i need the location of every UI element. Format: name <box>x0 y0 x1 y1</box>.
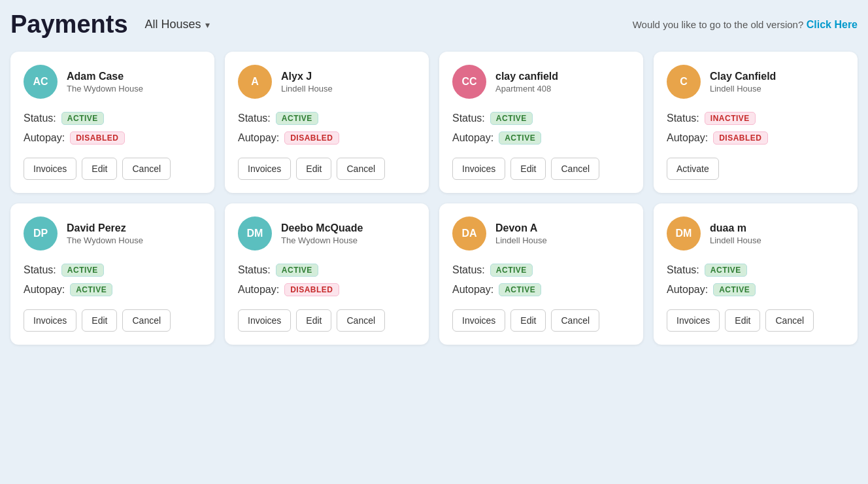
card-header: DM duaa m Lindell House <box>667 216 844 251</box>
status-badge: ACTIVE <box>490 112 533 125</box>
action-edit-button[interactable]: Edit <box>82 309 117 332</box>
action-cancel-button[interactable]: Cancel <box>122 309 171 332</box>
card-person-info: clay canfield Apartment 408 <box>495 71 558 94</box>
person-house: The Wydown House <box>67 235 143 245</box>
autopay-label: Autopay: <box>238 132 279 144</box>
status-badge: INACTIVE <box>705 112 756 125</box>
cards-grid: AC Adam Case The Wydown House Status: AC… <box>10 52 858 345</box>
payment-card: C Clay Canfield Lindell House Status: IN… <box>654 52 858 193</box>
card-person-info: Adam Case The Wydown House <box>67 71 143 94</box>
house-selector-button[interactable]: All Houses ▾ <box>139 14 216 35</box>
action-cancel-button[interactable]: Cancel <box>551 158 599 180</box>
avatar: C <box>667 65 701 99</box>
card-actions: InvoicesEditCancel <box>452 158 630 180</box>
person-name: Devon A <box>495 222 547 234</box>
autopay-badge: DISABLED <box>284 131 339 145</box>
status-label: Status: <box>667 264 699 276</box>
card-actions: InvoicesEditCancel <box>452 309 630 332</box>
action-activate-button[interactable]: Activate <box>667 158 719 180</box>
card-status-section: Status: ACTIVE Autopay: ACTIVE <box>452 112 630 145</box>
card-actions: InvoicesEditCancel <box>667 309 844 332</box>
status-badge: ACTIVE <box>61 264 104 277</box>
card-actions: Activate <box>667 158 844 180</box>
autopay-row: Autopay: DISABLED <box>667 131 844 145</box>
person-name: duaa m <box>710 222 761 234</box>
action-cancel-button[interactable]: Cancel <box>122 158 171 180</box>
card-header: DP David Perez The Wydown House <box>24 216 201 251</box>
action-edit-button[interactable]: Edit <box>510 309 546 332</box>
autopay-label: Autopay: <box>452 132 493 144</box>
header-right: Would you like to go to the old version?… <box>633 19 858 31</box>
action-edit-button[interactable]: Edit <box>296 158 331 180</box>
action-cancel-button[interactable]: Cancel <box>337 158 385 180</box>
action-invoices-button[interactable]: Invoices <box>238 309 291 332</box>
autopay-label: Autopay: <box>667 284 708 296</box>
status-row: Status: ACTIVE <box>24 264 201 277</box>
action-cancel-button[interactable]: Cancel <box>765 309 814 332</box>
action-cancel-button[interactable]: Cancel <box>337 309 385 332</box>
card-status-section: Status: ACTIVE Autopay: DISABLED <box>24 112 201 145</box>
page-header: Payments All Houses ▾ Would you like to … <box>10 10 858 39</box>
person-name: Adam Case <box>67 71 143 82</box>
payment-card: DM Deebo McQuade The Wydown House Status… <box>225 203 429 345</box>
old-version-link[interactable]: Click Here <box>807 19 858 30</box>
autopay-row: Autopay: DISABLED <box>24 131 201 145</box>
status-badge: ACTIVE <box>61 112 104 125</box>
avatar: A <box>238 65 272 99</box>
card-header: AC Adam Case The Wydown House <box>24 65 201 99</box>
status-row: Status: ACTIVE <box>238 264 416 277</box>
page-title: Payments <box>10 10 128 39</box>
autopay-label: Autopay: <box>238 284 279 296</box>
payment-card: AC Adam Case The Wydown House Status: AC… <box>10 52 214 193</box>
avatar: DM <box>667 216 701 251</box>
autopay-label: Autopay: <box>24 132 65 144</box>
status-row: Status: ACTIVE <box>452 264 630 277</box>
person-house: Lindell House <box>710 235 761 245</box>
status-row: Status: ACTIVE <box>24 112 201 125</box>
payment-card: CC clay canfield Apartment 408 Status: A… <box>439 52 643 193</box>
card-person-info: Alyx J Lindell House <box>281 71 333 94</box>
card-person-info: Devon A Lindell House <box>495 222 547 245</box>
person-house: The Wydown House <box>281 235 363 245</box>
person-house: Lindell House <box>495 235 547 245</box>
action-invoices-button[interactable]: Invoices <box>452 309 505 332</box>
action-invoices-button[interactable]: Invoices <box>452 158 505 180</box>
person-house: Lindell House <box>281 84 333 94</box>
action-invoices-button[interactable]: Invoices <box>238 158 291 180</box>
status-row: Status: ACTIVE <box>452 112 630 125</box>
action-edit-button[interactable]: Edit <box>510 158 546 180</box>
card-status-section: Status: ACTIVE Autopay: ACTIVE <box>452 264 630 296</box>
action-edit-button[interactable]: Edit <box>725 309 760 332</box>
card-actions: InvoicesEditCancel <box>238 158 416 180</box>
action-invoices-button[interactable]: Invoices <box>667 309 720 332</box>
avatar: AC <box>24 65 58 99</box>
status-label: Status: <box>452 264 485 276</box>
person-house: Apartment 408 <box>495 84 558 94</box>
payment-card: DM duaa m Lindell House Status: ACTIVE A… <box>654 203 858 345</box>
person-name: Alyx J <box>281 71 333 82</box>
status-label: Status: <box>238 264 271 276</box>
card-header: DA Devon A Lindell House <box>452 216 630 251</box>
action-invoices-button[interactable]: Invoices <box>24 309 76 332</box>
card-person-info: David Perez The Wydown House <box>67 222 143 245</box>
card-actions: InvoicesEditCancel <box>24 309 201 332</box>
person-name: Deebo McQuade <box>281 222 363 234</box>
card-header: C Clay Canfield Lindell House <box>667 65 844 99</box>
action-edit-button[interactable]: Edit <box>296 309 331 332</box>
action-cancel-button[interactable]: Cancel <box>551 309 599 332</box>
avatar: DM <box>238 216 272 251</box>
autopay-badge: ACTIVE <box>70 283 112 296</box>
person-name: David Perez <box>67 222 143 234</box>
status-badge: ACTIVE <box>276 264 318 277</box>
card-header: DM Deebo McQuade The Wydown House <box>238 216 416 251</box>
payment-card: DP David Perez The Wydown House Status: … <box>10 203 214 345</box>
header-left: Payments All Houses ▾ <box>10 10 216 39</box>
payment-card: A Alyx J Lindell House Status: ACTIVE Au… <box>225 52 429 193</box>
card-status-section: Status: ACTIVE Autopay: DISABLED <box>238 264 416 296</box>
status-label: Status: <box>452 112 485 124</box>
chevron-down-icon: ▾ <box>205 20 210 30</box>
action-edit-button[interactable]: Edit <box>82 158 117 180</box>
autopay-badge: ACTIVE <box>499 131 541 145</box>
card-header: A Alyx J Lindell House <box>238 65 416 99</box>
action-invoices-button[interactable]: Invoices <box>24 158 76 180</box>
